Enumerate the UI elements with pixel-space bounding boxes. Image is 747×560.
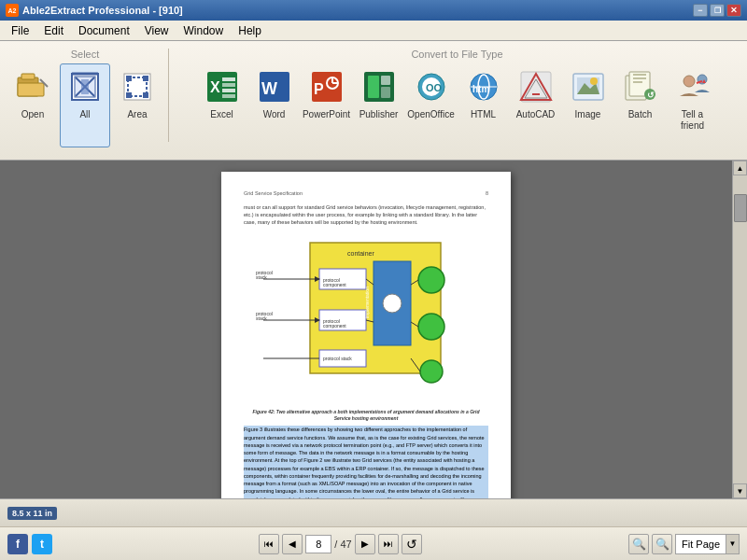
svg-text:stack: stack bbox=[256, 274, 267, 280]
svg-rect-19 bbox=[222, 94, 235, 98]
word-label: Word bbox=[263, 109, 286, 120]
restore-button[interactable]: ❐ bbox=[710, 4, 725, 17]
page-header-num: 8 bbox=[486, 190, 488, 198]
openoffice-button[interactable]: OO OpenOffice bbox=[406, 63, 457, 147]
zoom-out-button[interactable]: 🔍 bbox=[628, 534, 649, 554]
menu-help[interactable]: Help bbox=[231, 22, 269, 39]
menu-file[interactable]: File bbox=[4, 22, 36, 39]
area-icon bbox=[119, 68, 156, 105]
svg-rect-48 bbox=[633, 74, 646, 76]
powerpoint-icon: P bbox=[308, 68, 345, 105]
area-label: Area bbox=[127, 109, 147, 120]
close-button[interactable]: ✕ bbox=[726, 4, 741, 17]
svg-text:container: container bbox=[347, 250, 374, 257]
svg-rect-10 bbox=[126, 76, 132, 81]
word-button[interactable]: W Word bbox=[249, 63, 300, 147]
svg-text:protocol stack: protocol stack bbox=[323, 356, 352, 361]
status-bar: 8.5 x 11 in bbox=[0, 498, 747, 526]
scroll-down-button[interactable]: ▼ bbox=[733, 483, 747, 498]
svg-text:component: component bbox=[323, 282, 346, 287]
excel-label: Excel bbox=[210, 109, 233, 120]
batch-button[interactable]: ↺ Batch bbox=[615, 63, 666, 147]
openoffice-icon: OO bbox=[413, 68, 450, 105]
diagram-container: container protocol component protocol co… bbox=[244, 233, 488, 401]
size-badge: 8.5 x 11 in bbox=[7, 507, 57, 520]
svg-point-82 bbox=[420, 360, 443, 383]
twitter-button[interactable]: t bbox=[32, 534, 52, 554]
prev-page-button[interactable]: ◀ bbox=[282, 534, 303, 554]
menu-window[interactable]: Window bbox=[176, 22, 232, 39]
svg-text:stack: stack bbox=[256, 315, 267, 321]
zoom-controls: 🔍 🔍 Fit Page ▼ bbox=[628, 534, 740, 554]
facebook-button[interactable]: f bbox=[7, 534, 28, 554]
refresh-button[interactable]: ↺ bbox=[402, 534, 422, 554]
svg-rect-6 bbox=[81, 79, 89, 94]
word-icon: W bbox=[256, 68, 293, 105]
batch-label: Batch bbox=[628, 109, 653, 120]
page-container[interactable]: Grid Service Specification 8 must or can… bbox=[0, 161, 732, 498]
menu-bar: File Edit Document View Window Help bbox=[0, 21, 747, 41]
html-button[interactable]: htm HTML bbox=[458, 63, 509, 147]
total-pages: 47 bbox=[340, 539, 351, 550]
next-page-button[interactable]: ▶ bbox=[355, 534, 375, 554]
tell-a-friend-button[interactable]: Tell a friend bbox=[668, 63, 718, 147]
toolbar-inner: Select Open bbox=[4, 45, 743, 160]
social-icons: f t bbox=[7, 534, 52, 554]
image-button[interactable]: Image bbox=[563, 63, 613, 147]
scroll-up-button[interactable]: ▲ bbox=[733, 161, 747, 175]
svg-rect-2 bbox=[18, 83, 44, 96]
scrollbar: ▲ ▼ bbox=[732, 161, 747, 498]
image-icon bbox=[570, 68, 607, 105]
svg-rect-12 bbox=[126, 92, 132, 98]
scroll-thumb[interactable] bbox=[734, 194, 747, 222]
openoffice-label: OpenOffice bbox=[407, 109, 454, 120]
page-body-highlighted: Figure 3 illustrates these differences b… bbox=[244, 426, 488, 498]
app-icon: A2 bbox=[6, 4, 19, 17]
menu-edit[interactable]: Edit bbox=[36, 22, 71, 39]
menu-document[interactable]: Document bbox=[71, 22, 137, 39]
svg-rect-28 bbox=[368, 76, 379, 98]
app-title: Able2Extract Professional - [910] bbox=[22, 5, 183, 16]
diagram-caption: Figure 42: Two alternative approach a bo… bbox=[244, 409, 488, 422]
zoom-in-button[interactable]: 🔍 bbox=[652, 534, 672, 554]
svg-text:P: P bbox=[314, 81, 324, 97]
fit-page-dropdown-arrow[interactable]: ▼ bbox=[726, 535, 739, 553]
all-button[interactable]: All bbox=[60, 63, 110, 147]
nav-controls: ⏮ ◀ / 47 ▶ ⏭ ↺ bbox=[259, 534, 421, 554]
html-label: HTML bbox=[471, 109, 496, 120]
toolbar: Select Open bbox=[0, 41, 747, 161]
open-icon bbox=[14, 68, 51, 105]
last-page-button[interactable]: ⏭ bbox=[378, 534, 399, 554]
autocad-label: AutoCAD bbox=[516, 109, 556, 120]
svg-rect-17 bbox=[222, 83, 235, 87]
title-bar: A2 Able2Extract Professional - [910] − ❐… bbox=[0, 0, 747, 21]
svg-text:component: component bbox=[323, 323, 346, 329]
all-label: All bbox=[79, 109, 90, 120]
page-number-input[interactable] bbox=[305, 535, 331, 553]
powerpoint-button[interactable]: P PowerPoint bbox=[302, 63, 352, 147]
fit-page-select[interactable]: Fit Page ▼ bbox=[675, 534, 740, 554]
autocad-button[interactable]: AutoCAD bbox=[511, 63, 561, 147]
svg-point-59 bbox=[418, 267, 444, 293]
html-icon: htm bbox=[465, 68, 502, 105]
toolbar-divider-1 bbox=[168, 49, 169, 142]
publisher-icon bbox=[360, 68, 398, 105]
page-header-title: Grid Service Specification bbox=[244, 190, 303, 198]
page-separator: / bbox=[334, 539, 337, 550]
publisher-button[interactable]: Publisher bbox=[354, 63, 404, 147]
all-icon bbox=[66, 68, 104, 105]
menu-view[interactable]: View bbox=[137, 22, 176, 39]
open-button[interactable]: Open bbox=[7, 63, 58, 147]
svg-text:↺: ↺ bbox=[647, 91, 655, 100]
select-group-label: Select bbox=[71, 49, 100, 60]
bottom-toolbar: f t ⏮ ◀ / 47 ▶ ⏭ ↺ 🔍 🔍 Fit Page ▼ bbox=[0, 526, 747, 560]
svg-rect-16 bbox=[222, 77, 235, 81]
excel-button[interactable]: X Excel bbox=[197, 63, 247, 147]
main-area: Grid Service Specification 8 must or can… bbox=[0, 161, 747, 498]
minimize-button[interactable]: − bbox=[693, 4, 708, 17]
diagram-svg: container protocol component protocol co… bbox=[254, 233, 478, 401]
title-bar-controls: − ❐ ✕ bbox=[693, 4, 741, 17]
svg-text:htm: htm bbox=[472, 84, 489, 94]
area-button[interactable]: Area bbox=[112, 63, 162, 147]
first-page-button[interactable]: ⏮ bbox=[259, 534, 279, 554]
